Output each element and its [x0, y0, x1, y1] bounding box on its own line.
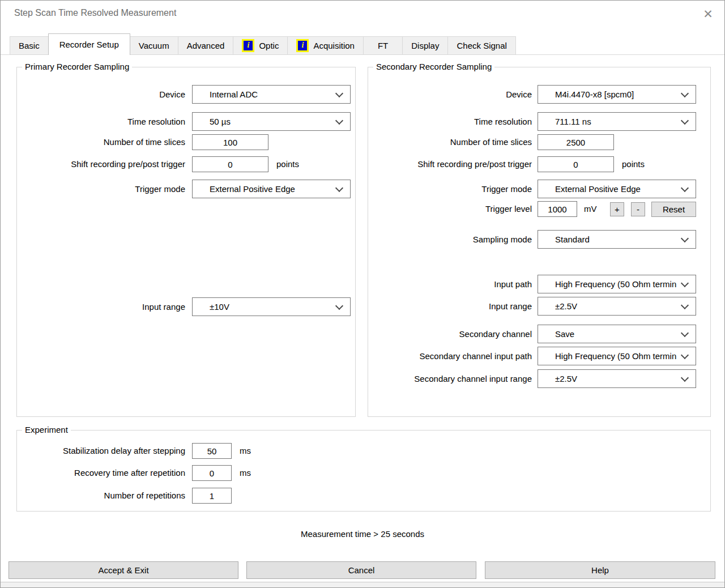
window-title: Step Scan Time Resolved Measurement — [14, 8, 176, 18]
help-button[interactable]: Help — [485, 561, 715, 579]
chevron-down-icon — [335, 89, 343, 97]
input-range-label: Input range — [17, 297, 185, 316]
repetitions-label: Number of repetitions — [17, 488, 185, 504]
trigger-level-label: Trigger level — [368, 201, 532, 217]
tab-label: Optic — [259, 37, 279, 54]
tab-label: Acquisition — [313, 37, 355, 54]
primary-time-resolution-select[interactable]: 50 µs — [192, 112, 351, 131]
secondary-channel-input-range-select[interactable]: ±2.5V — [538, 369, 696, 388]
selected-value: ±10V — [210, 298, 333, 316]
primary-shift-trigger-input[interactable] — [192, 156, 268, 172]
tab-acquisition[interactable]: i Acquisition — [287, 36, 364, 55]
stabilization-delay-label: Stabilization delay after stepping — [17, 443, 185, 459]
points-unit-label: points — [622, 156, 645, 172]
chevron-down-icon — [335, 116, 343, 124]
secondary-time-resolution-select[interactable]: 711.11 ns — [538, 112, 696, 131]
chevron-down-icon — [681, 301, 689, 309]
secondary-device-select[interactable]: M4i.4470-x8 [spcm0] — [538, 85, 696, 104]
primary-device-select[interactable]: Internal ADC — [192, 85, 351, 104]
secondary-shift-trigger-input[interactable] — [538, 156, 614, 172]
tab-display[interactable]: Display — [402, 36, 448, 55]
close-icon[interactable]: ✕ — [700, 6, 717, 23]
shift-trigger-label: Shift recording pre/post trigger — [17, 156, 185, 172]
selected-value: External Positive Edge — [210, 180, 333, 198]
tab-check-signal[interactable]: Check Signal — [447, 36, 515, 55]
trigger-mode-label: Trigger mode — [17, 180, 185, 198]
chevron-down-icon — [681, 234, 689, 242]
tab-label: Vacuum — [139, 37, 169, 54]
selected-value: External Positive Edge — [555, 180, 679, 198]
selected-value: High Frequency (50 Ohm termin — [555, 347, 679, 365]
primary-trigger-mode-select[interactable]: External Positive Edge — [192, 180, 351, 198]
group-legend: Secondary Recorder Sampling — [373, 62, 494, 71]
selected-value: ±2.5V — [555, 297, 679, 315]
tab-ft[interactable]: FT — [363, 36, 403, 55]
input-range-label: Input range — [368, 297, 532, 316]
time-resolution-label: Time resolution — [368, 112, 532, 131]
background-window-sliver — [1, 582, 724, 588]
secondary-recorder-group: Secondary Recorder Sampling Device M4i.4… — [368, 67, 711, 417]
chevron-down-icon — [681, 351, 689, 359]
secondary-time-slices-input[interactable] — [538, 134, 614, 150]
time-slices-label: Number of time slices — [17, 134, 185, 150]
tab-vacuum[interactable]: Vacuum — [130, 36, 178, 55]
stabilization-delay-input[interactable] — [192, 443, 232, 459]
tab-advanced[interactable]: Advanced — [178, 36, 234, 55]
recovery-time-label: Recovery time after repetition — [17, 465, 185, 481]
secondary-trigger-mode-select[interactable]: External Positive Edge — [538, 180, 696, 198]
step-scan-dialog: Step Scan Time Resolved Measurement ✕ Ba… — [0, 0, 725, 588]
tab-bar: Basic Recorder Setup Vacuum Advanced i O… — [10, 36, 515, 55]
recovery-time-input[interactable] — [192, 465, 232, 481]
cancel-button[interactable]: Cancel — [246, 561, 476, 579]
ms-unit-label: ms — [240, 465, 251, 481]
tab-label: Check Signal — [457, 37, 506, 54]
time-resolution-label: Time resolution — [17, 112, 185, 131]
secondary-channel-input-path-select[interactable]: High Frequency (50 Ohm termin — [538, 347, 696, 365]
trigger-level-minus-button[interactable]: - — [631, 202, 645, 216]
info-icon: i — [296, 39, 309, 52]
selected-value: Standard — [555, 231, 679, 248]
trigger-level-reset-button[interactable]: Reset — [651, 202, 696, 217]
trigger-level-input[interactable] — [538, 201, 577, 217]
shift-trigger-label: Shift recording pre/post trigger — [368, 156, 532, 172]
tab-label: Advanced — [187, 37, 225, 54]
sampling-mode-label: Sampling mode — [368, 230, 532, 249]
selected-value: M4i.4470-x8 [spcm0] — [555, 86, 679, 103]
chevron-down-icon — [335, 184, 343, 191]
repetitions-input[interactable] — [192, 488, 232, 504]
selected-value: ±2.5V — [555, 370, 679, 387]
primary-time-slices-input[interactable] — [192, 134, 268, 150]
chevron-down-icon — [681, 116, 689, 124]
tab-optic[interactable]: i Optic — [233, 36, 288, 55]
selected-value: Internal ADC — [210, 86, 333, 103]
selected-value: High Frequency (50 Ohm termin — [555, 275, 679, 293]
input-path-select[interactable]: High Frequency (50 Ohm termin — [538, 275, 696, 293]
tab-label: Basic — [19, 37, 40, 54]
tab-basic[interactable]: Basic — [10, 36, 49, 55]
primary-input-range-select[interactable]: ±10V — [192, 297, 351, 316]
chevron-down-icon — [335, 301, 343, 309]
selected-value: 711.11 ns — [555, 113, 679, 130]
time-slices-label: Number of time slices — [368, 134, 532, 150]
ms-unit-label: ms — [240, 443, 251, 459]
trigger-level-plus-button[interactable]: + — [610, 202, 624, 216]
primary-recorder-group: Primary Recorder Sampling Device Interna… — [16, 67, 356, 417]
chevron-down-icon — [681, 279, 689, 287]
secondary-channel-input-path-label: Secondary channel input path — [368, 347, 532, 365]
experiment-group: Experiment Stabilization delay after ste… — [16, 430, 711, 512]
accept-exit-button[interactable]: Accept & Exit — [8, 561, 238, 579]
secondary-channel-input-range-label: Secondary channel input range — [368, 369, 532, 388]
tab-label: FT — [378, 37, 388, 54]
mv-unit-label: mV — [584, 201, 597, 217]
tab-label: Recorder Setup — [59, 36, 119, 53]
title-bar: Step Scan Time Resolved Measurement ✕ — [1, 1, 724, 28]
secondary-input-range-select[interactable]: ±2.5V — [538, 297, 696, 316]
tab-recorder-setup[interactable]: Recorder Setup — [48, 33, 130, 55]
input-path-label: Input path — [368, 275, 532, 293]
info-icon: i — [242, 39, 254, 52]
trigger-mode-label: Trigger mode — [368, 180, 532, 198]
group-legend: Experiment — [22, 425, 71, 434]
device-label: Device — [368, 85, 532, 104]
secondary-channel-select[interactable]: Save — [538, 325, 696, 343]
sampling-mode-select[interactable]: Standard — [538, 230, 696, 249]
